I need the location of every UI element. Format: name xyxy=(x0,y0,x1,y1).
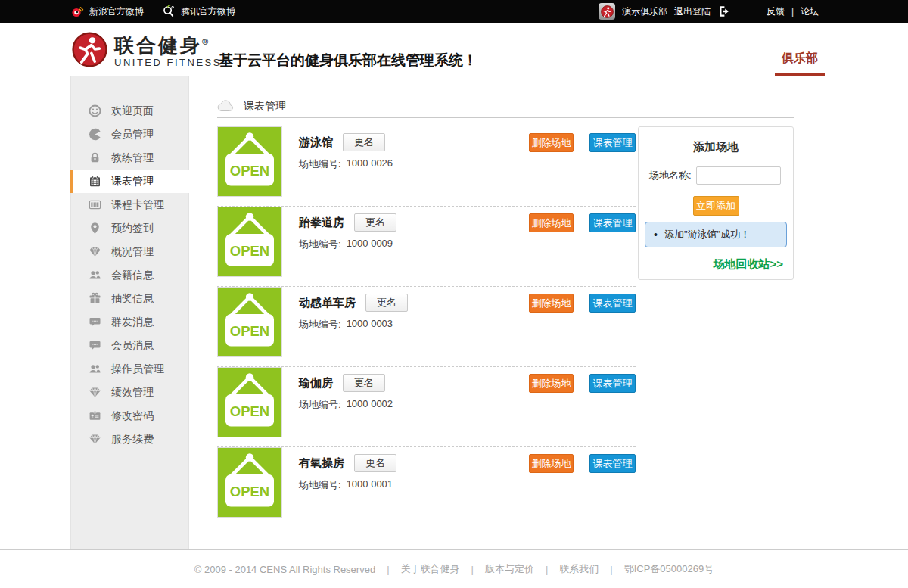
sidebar-item-label: 欢迎页面 xyxy=(111,104,154,118)
sidebar-item-label: 教练管理 xyxy=(111,151,154,165)
sidebar-item-performance-mgmt[interactable]: 绩效管理 xyxy=(71,381,188,404)
sidebar-item-label: 绩效管理 xyxy=(111,386,154,400)
page-body: 欢迎页面 会员管理 教练管理 课表管理 课程卡管理 预约签到 xyxy=(0,76,908,549)
venue-name-label: 场地名称: xyxy=(649,169,692,182)
success-message: • 添加"游泳馆"成功！ xyxy=(645,222,787,247)
sidebar-item-course-card-mgmt[interactable]: 课程卡管理 xyxy=(71,193,188,216)
schedule-manage-button[interactable]: 课表管理 xyxy=(589,294,636,313)
section-header: 课表管理 xyxy=(217,100,794,118)
open-sign-image: OPEN xyxy=(217,207,282,277)
schedule-manage-button[interactable]: 课表管理 xyxy=(589,374,636,393)
sidebar-item-membership-info[interactable]: 会籍信息 xyxy=(71,263,188,287)
tencent-weibo-label: 腾讯官方微博 xyxy=(181,5,235,18)
open-sign-image: OPEN xyxy=(217,287,282,357)
sidebar-item-member-msg[interactable]: 会员消息 xyxy=(71,334,188,357)
rename-button[interactable]: 更名 xyxy=(354,454,396,472)
topbar: 新浪官方微博 腾讯官方微博 演示俱乐部 退出登陆 反馈 | 论坛 xyxy=(0,0,908,23)
open-sign-text: OPEN xyxy=(230,403,269,419)
chat-bubble-icon xyxy=(89,316,101,328)
sidebar-item-change-password[interactable]: 修改密码 xyxy=(71,404,188,428)
sidebar-item-booking-checkin[interactable]: 预约签到 xyxy=(71,216,188,240)
tencent-weibo-icon xyxy=(162,5,176,18)
venue-code-label: 场地编号: xyxy=(299,238,341,251)
venue-row: OPEN 动感单车房 更名 场地编号: 1000 0003 删除场地 课表管理 xyxy=(217,287,636,367)
topbar-divider: | xyxy=(791,6,794,17)
sidebar-item-overview-mgmt[interactable]: 概况管理 xyxy=(71,240,188,263)
footer: © 2009 - 2014 CENS All Rights Reserved |… xyxy=(0,549,908,588)
smiley-icon xyxy=(89,104,101,117)
footer-link-about[interactable]: 关于联合健身 xyxy=(401,562,460,576)
id-card-icon xyxy=(89,409,101,422)
registered-mark: ® xyxy=(202,37,210,46)
sidebar-item-label: 课程卡管理 xyxy=(111,198,164,212)
sidebar-item-welcome[interactable]: 欢迎页面 xyxy=(71,99,188,123)
header: 联合健身® UNITED FITNESS 基于云平台的健身俱乐部在线管理系统！ … xyxy=(0,23,908,76)
venue-code-label: 场地编号: xyxy=(299,318,341,331)
venue-row: OPEN 跆拳道房 更名 场地编号: 1000 0009 删除场地 课表管理 xyxy=(217,207,636,287)
chat-bubble-icon xyxy=(89,339,101,352)
venue-list: OPEN 游泳馆 更名 场地编号: 1000 0026 删除场地 课表管理 OP… xyxy=(217,126,636,527)
topbar-feedback-area: 反馈 | 论坛 xyxy=(767,0,819,23)
sidebar-item-schedule-mgmt[interactable]: 课表管理 xyxy=(70,170,189,193)
schedule-manage-button[interactable]: 课表管理 xyxy=(589,213,636,232)
barcode-icon xyxy=(89,198,101,211)
calendar-icon xyxy=(89,175,101,188)
sidebar-item-label: 概况管理 xyxy=(111,245,154,259)
tab-club[interactable]: 俱乐部 xyxy=(775,51,825,76)
tagline: 基于云平台的健身俱乐部在线管理系统！ xyxy=(219,51,477,70)
open-sign-image: OPEN xyxy=(217,367,282,437)
sidebar-item-service-renewal[interactable]: 服务续费 xyxy=(71,428,188,451)
logout-icon[interactable] xyxy=(717,5,731,18)
delete-venue-button[interactable]: 删除场地 xyxy=(529,454,574,473)
message-bullet: • xyxy=(654,229,658,241)
venue-code-label: 场地编号: xyxy=(299,398,341,412)
tencent-weibo-link[interactable]: 腾讯官方微博 xyxy=(162,5,235,18)
open-sign-text: OPEN xyxy=(230,243,269,259)
footer-divider: | xyxy=(387,564,389,575)
sidebar-item-broadcast-msg[interactable]: 群发消息 xyxy=(71,310,188,334)
rename-button[interactable]: 更名 xyxy=(365,294,408,312)
sidebar-item-coach-mgmt[interactable]: 教练管理 xyxy=(71,146,188,170)
open-sign-image: OPEN xyxy=(217,447,282,518)
sidebar-item-member-mgmt[interactable]: 会员管理 xyxy=(71,123,188,146)
cloud-icon xyxy=(217,100,235,112)
sidebar-item-label: 服务续费 xyxy=(111,433,154,446)
venue-row: OPEN 有氧操房 更名 场地编号: 1000 0001 删除场地 课表管理 xyxy=(217,447,636,527)
forum-link[interactable]: 论坛 xyxy=(801,5,819,18)
delete-venue-button[interactable]: 删除场地 xyxy=(529,213,574,232)
footer-link-pricing[interactable]: 版本与定价 xyxy=(485,562,534,576)
recycle-bin-link[interactable]: 场地回收站>> xyxy=(713,257,783,272)
sina-weibo-icon xyxy=(70,5,84,18)
sidebar-item-operator-mgmt[interactable]: 操作员管理 xyxy=(71,357,188,381)
venue-row: OPEN 瑜伽房 更名 场地编号: 1000 0002 删除场地 课表管理 xyxy=(217,367,636,447)
sidebar-item-lottery-info[interactable]: 抽奖信息 xyxy=(71,287,188,310)
logout-link[interactable]: 退出登陆 xyxy=(674,5,711,18)
delete-venue-button[interactable]: 删除场地 xyxy=(529,294,574,313)
delete-venue-button[interactable]: 删除场地 xyxy=(529,374,574,393)
venue-name-input[interactable] xyxy=(696,166,781,185)
footer-link-contact[interactable]: 联系我们 xyxy=(559,562,599,576)
rename-button[interactable]: 更名 xyxy=(343,374,385,392)
panel-title: 添加场地 xyxy=(639,140,793,154)
add-now-button[interactable]: 立即添加 xyxy=(693,196,739,216)
rename-button[interactable]: 更名 xyxy=(354,213,396,232)
users-icon xyxy=(89,362,101,375)
delete-venue-button[interactable]: 删除场地 xyxy=(529,133,574,152)
copyright: © 2009 - 2014 CENS All Rights Reserved xyxy=(194,564,375,575)
sidebar: 欢迎页面 会员管理 教练管理 课表管理 课程卡管理 预约签到 xyxy=(70,76,189,549)
logo[interactable]: 联合健身® UNITED FITNESS xyxy=(72,31,222,68)
rename-button[interactable]: 更名 xyxy=(343,133,385,151)
schedule-manage-button[interactable]: 课表管理 xyxy=(589,454,636,473)
logo-text: 联合健身® UNITED FITNESS xyxy=(114,31,222,68)
club-name[interactable]: 演示俱乐部 xyxy=(622,5,667,18)
venue-row: OPEN 游泳馆 更名 场地编号: 1000 0026 删除场地 课表管理 xyxy=(217,126,636,207)
app-window: 新浪官方微博 腾讯官方微博 演示俱乐部 退出登陆 反馈 | 论坛 联合健身® U… xyxy=(0,0,908,588)
gem-icon xyxy=(89,386,101,399)
venue-name: 瑜伽房 xyxy=(299,376,333,390)
logo-chinese: 联合健身 xyxy=(114,34,202,57)
schedule-manage-button[interactable]: 课表管理 xyxy=(589,133,636,152)
sina-weibo-label: 新浪官方微博 xyxy=(89,5,144,18)
feedback-link[interactable]: 反馈 xyxy=(767,5,785,18)
sina-weibo-link[interactable]: 新浪官方微博 xyxy=(70,5,144,18)
sidebar-item-label: 课表管理 xyxy=(111,175,154,188)
